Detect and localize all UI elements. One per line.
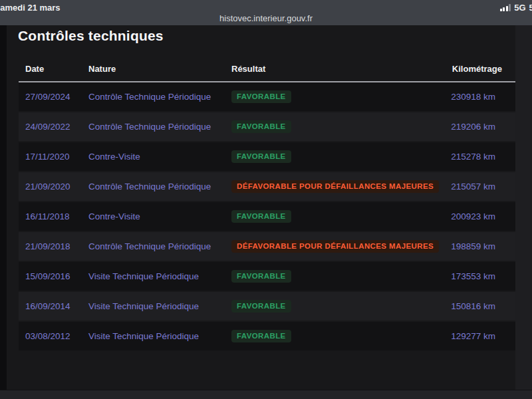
cell-nature: Contre-Visite [88,211,231,221]
page-left-edge [0,25,7,399]
cell-nature: Visite Technique Périodique [88,301,231,311]
status-badge: FAVORABLE [231,120,291,134]
cell-kilometrage: 215057 km [389,182,515,192]
browser-status-bar: samedi 21 mars histovec.interieur.gouv.f… [0,0,532,25]
cell-nature: Contrôle Technique Périodique [88,92,231,102]
status-badge: FAVORABLE [231,90,291,104]
battery-label: 52 [529,3,532,13]
url-field[interactable]: histovec.interieur.gouv.fr [0,13,532,23]
cell-date: 03/08/2012 [19,331,88,341]
cell-nature: Visite Technique Périodique [88,331,231,341]
cell-kilometrage: 230918 km [389,92,515,102]
status-badge: FAVORABLE [231,300,291,313]
cell-nature: Contrôle Technique Périodique [88,182,231,192]
status-badge: FAVORABLE [231,210,291,223]
cell-date: 16/09/2014 [19,301,88,311]
cell-date: 15/09/2016 [19,271,88,281]
table-row: 21/09/2020 Contrôle Technique Périodique… [19,172,515,201]
status-badge: FAVORABLE [231,270,291,283]
header-date: Date [19,64,88,74]
status-right-cluster: 5G 52 [500,3,532,13]
cell-kilometrage: 198859 km [389,241,515,251]
table-row: 15/09/2016 Visite Technique Périodique F… [19,262,515,291]
status-badge: FAVORABLE [231,150,291,164]
browser-bottom-bar [0,390,532,399]
cell-nature: Visite Technique Périodique [88,271,231,281]
network-label: 5G [514,3,525,13]
cell-nature: Contre-Visite [88,152,231,162]
cell-kilometrage: 200923 km [389,211,515,221]
table-row: 27/09/2024 Contrôle Technique Périodique… [19,82,515,111]
header-kilometrage: Kilométrage [396,64,515,74]
table-row: 16/11/2018 Contre-Visite FAVORABLE 20092… [19,202,515,231]
cell-nature: Contrôle Technique Périodique [88,122,231,132]
cell-date: 21/09/2020 [19,182,88,192]
cell-date: 16/11/2018 [19,211,88,221]
status-date: samedi 21 mars [0,3,61,13]
header-nature: Nature [88,64,231,74]
table-row: 16/09/2014 Visite Technique Périodique F… [19,292,515,321]
table-row: 21/09/2018 Contrôle Technique Périodique… [19,232,515,261]
page-right-edge [515,25,532,399]
cell-date: 27/09/2024 [19,92,88,102]
controles-techniques-table: Date Nature Résultat Kilométrage 27/09/2… [19,57,515,352]
status-badge: FAVORABLE [231,330,291,343]
cell-kilometrage: 129277 km [389,331,515,341]
cell-kilometrage: 150816 km [389,301,515,311]
table-row: 03/08/2012 Visite Technique Périodique F… [19,322,515,350]
cell-kilometrage: 219206 km [389,122,515,132]
cell-nature: Contrôle Technique Périodique [88,241,231,251]
table-header-row: Date Nature Résultat Kilométrage [19,57,515,81]
table-row: 17/11/2020 Contre-Visite FAVORABLE 21527… [19,142,515,171]
signal-bars-icon [500,4,511,11]
cell-kilometrage: 215278 km [389,152,515,162]
cell-kilometrage: 173553 km [389,271,515,281]
header-resultat: Résultat [231,64,396,74]
cell-date: 17/11/2020 [19,152,88,162]
table-row: 24/09/2022 Contrôle Technique Périodique… [19,112,515,141]
page-title: Contrôles techniques [18,28,164,44]
cell-date: 24/09/2022 [19,122,88,132]
cell-date: 21/09/2018 [19,241,88,251]
